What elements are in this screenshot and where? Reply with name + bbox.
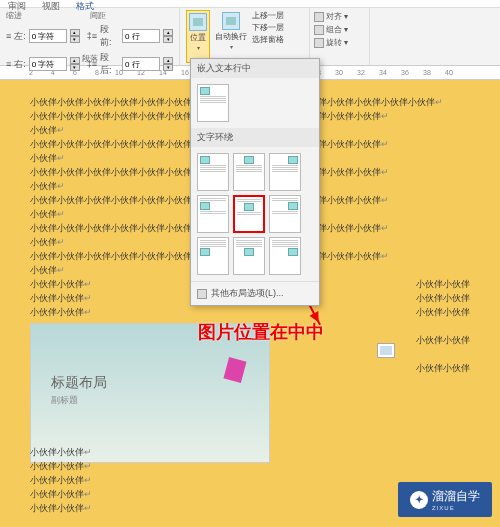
image-subtitle-text: 副标题 (51, 394, 78, 407)
layout-icon (197, 289, 207, 299)
paragraph[interactable]: 小伙伴小伙伴 (416, 361, 470, 375)
paragraph[interactable]: 小伙伴小伙伴 (416, 305, 470, 319)
image-title-text: 标题布局 (51, 374, 107, 392)
position-top-center[interactable] (233, 153, 265, 191)
spinner-down[interactable]: ▾ (70, 36, 80, 43)
wrap-label: 自动换行 (215, 31, 247, 42)
annotation-text: 图片位置在中中 (198, 320, 324, 344)
paragraph[interactable]: 小伙伴小伙伴↵ (30, 459, 92, 473)
paragraph[interactable]: 小伙伴小伙伴 (416, 333, 470, 347)
indent-title: 缩进 (6, 10, 22, 21)
position-middle-right[interactable] (269, 195, 301, 233)
paragraph-group-label: 段落 (82, 53, 98, 64)
paragraph[interactable]: 小伙伴小伙伴↵ (30, 487, 92, 501)
left-indent-input[interactable] (29, 29, 67, 43)
bring-forward-button[interactable]: 上移一层 (252, 10, 284, 21)
paragraph[interactable]: 小伙伴小伙伴↵ (30, 305, 270, 319)
position-top-left[interactable] (197, 153, 229, 191)
watermark-icon: ✦ (410, 491, 428, 509)
position-icon (189, 13, 207, 31)
paragraph-group: 缩进 间距 ≡ 左: ▴▾ ‡≡ 段前: ▴▾ ≡ 右: ▴▾ ‡≡ 段后: ▴… (0, 8, 180, 65)
position-top-right[interactable] (269, 153, 301, 191)
right-indent-input[interactable] (29, 57, 67, 71)
after-label: 段后: (100, 51, 119, 77)
spinner-up[interactable]: ▴ (70, 29, 80, 36)
position-bottom-right[interactable] (269, 237, 301, 275)
send-backward-button[interactable]: 下移一层 (252, 22, 284, 33)
wrap-icon (222, 12, 240, 30)
paragraph[interactable]: 小伙伴小伙伴↵ (30, 501, 92, 515)
align-group: 对齐 ▾ 组合 ▾ 旋转 ▾ (310, 8, 370, 65)
position-inline[interactable] (197, 84, 229, 122)
tab-view[interactable]: 视图 (34, 0, 68, 7)
spinner-down[interactable]: ▾ (163, 36, 173, 43)
spacing-title: 间距 (90, 10, 106, 21)
paragraph[interactable]: 小伙伴小伙伴↵ (30, 445, 92, 459)
spinner-down[interactable]: ▾ (163, 64, 173, 71)
paragraph[interactable]: 小伙伴小伙伴 (416, 291, 470, 305)
align-button[interactable]: 对齐 ▾ (314, 10, 365, 23)
position-bottom-center[interactable] (233, 237, 265, 275)
paragraph[interactable]: 小伙伴小伙伴↵ (30, 473, 92, 487)
chevron-down-icon: ▾ (230, 43, 233, 50)
position-bottom-left[interactable] (197, 237, 229, 275)
paragraph[interactable]: 小伙伴小伙伴 (416, 277, 470, 291)
spinner-up[interactable]: ▴ (163, 57, 173, 64)
before-label: 段前: (100, 23, 119, 49)
group-button[interactable]: 组合 ▾ (314, 23, 365, 36)
position-middle-left[interactable] (197, 195, 229, 233)
right-indent-label: 右: (14, 58, 26, 71)
indent-left-icon: ≡ (6, 31, 11, 41)
left-indent-label: 左: (14, 30, 26, 43)
layout-options-button[interactable] (377, 343, 395, 358)
wrap-button[interactable]: 自动换行 ▾ (213, 10, 249, 63)
watermark: ✦ 溜溜自学 ZIXUE (398, 482, 492, 517)
selection-pane-button[interactable]: 选择窗格 (252, 34, 284, 45)
wrap-section-header: 文字环绕 (191, 128, 319, 147)
indent-right-icon: ≡ (6, 59, 11, 69)
rotate-icon (314, 38, 324, 48)
spinner-up[interactable]: ▴ (163, 29, 173, 36)
align-icon (314, 12, 324, 22)
position-label: 位置 (190, 32, 206, 43)
spinner-down[interactable]: ▾ (70, 64, 80, 71)
chevron-down-icon: ▾ (197, 44, 200, 51)
before-spacing-input[interactable] (122, 29, 160, 43)
tab-review[interactable]: 审阅 (0, 0, 34, 7)
more-layout-options[interactable]: 其他布局选项(L)... (191, 281, 319, 305)
position-dropdown: 嵌入文本行中 文字环绕 其他布局选项(L)... (190, 58, 320, 306)
group-icon (314, 25, 324, 35)
spinner-up[interactable]: ▴ (70, 57, 80, 64)
inline-section-header: 嵌入文本行中 (191, 59, 319, 78)
position-grid (191, 147, 319, 281)
inserted-image[interactable]: 标题布局 副标题 (30, 323, 270, 463)
arrange-group: 位置 ▾ 自动换行 ▾ 上移一层 下移一层 选择窗格 (180, 8, 310, 65)
ribbon-tabs: 审阅 视图 格式 (0, 0, 500, 8)
position-middle-center[interactable] (233, 195, 265, 233)
rotate-button[interactable]: 旋转 ▾ (314, 36, 365, 49)
after-spacing-input[interactable] (122, 57, 160, 71)
tab-format[interactable]: 格式 (68, 0, 102, 7)
position-button[interactable]: 位置 ▾ (186, 10, 210, 63)
kite-graphic (223, 357, 246, 383)
